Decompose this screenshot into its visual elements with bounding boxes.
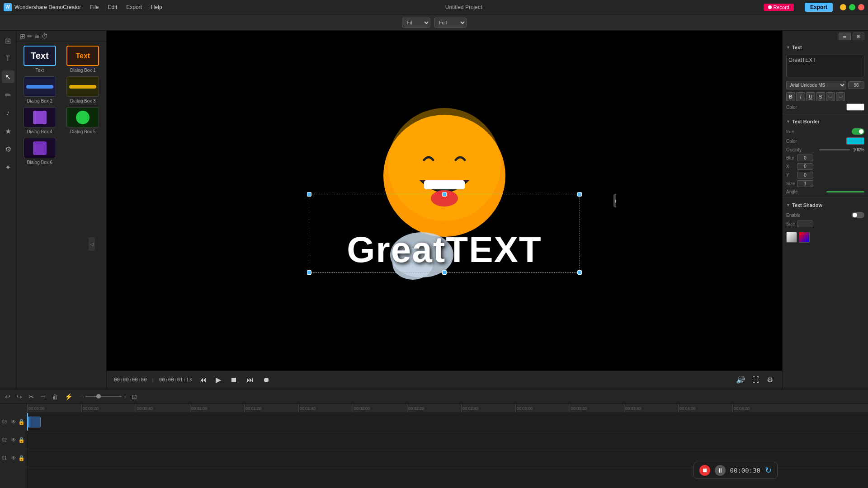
panel-collapse-button[interactable]: ◁ <box>89 237 95 251</box>
opacity-slider[interactable] <box>819 149 850 150</box>
list-item[interactable]: Dialog Box 4 <box>20 107 60 134</box>
minimize-button[interactable] <box>840 4 846 10</box>
close-button[interactable] <box>858 4 864 10</box>
lock-icon[interactable]: 🔒 <box>18 419 25 425</box>
color-picker-white[interactable] <box>786 232 797 243</box>
lock-icon[interactable]: 🔒 <box>18 437 25 443</box>
playhead[interactable] <box>27 413 28 431</box>
rec-stop-button[interactable] <box>699 465 710 476</box>
grid-icon[interactable]: ⊞ <box>20 33 25 40</box>
text-content-input[interactable]: GreatTEXT <box>786 55 864 77</box>
list-item[interactable]: Text Dialog Box 1 <box>63 46 103 73</box>
panel-view-btn-2[interactable]: ⊞ <box>853 33 864 40</box>
align-left-button[interactable]: ≡ <box>826 92 835 101</box>
shadow-size-input[interactable] <box>797 221 813 227</box>
color-picker-area <box>786 232 864 243</box>
clock-icon[interactable]: ⏱ <box>42 33 48 40</box>
text-shadow-section-header[interactable]: ▼ Text Shadow <box>783 200 868 211</box>
preview-expand-button[interactable]: ▶ <box>613 194 616 207</box>
settings-icon[interactable]: ⚙ <box>2 143 14 155</box>
list-item[interactable]: Dialog Box 6 <box>20 138 60 165</box>
redo-button[interactable]: ↪ <box>15 392 24 402</box>
underline-button[interactable]: U <box>806 92 815 101</box>
skip-back-button[interactable]: ⏮ <box>198 374 208 386</box>
shadow-enable-label: Enable <box>786 213 850 218</box>
zoom-slider[interactable] <box>85 396 122 397</box>
magnet-button[interactable]: ⊡ <box>130 392 138 402</box>
list-item[interactable]: Text Text <box>20 46 60 73</box>
angle-slider[interactable] <box>826 191 865 192</box>
x-input[interactable] <box>797 163 813 170</box>
great-text: GreatTEXT <box>347 229 542 271</box>
text-border-section-header[interactable]: ▼ Text Border <box>783 116 868 127</box>
export-button[interactable]: Export <box>805 3 833 12</box>
eye-icon[interactable]: 👁 <box>11 419 16 425</box>
lock-icon[interactable]: 🔒 <box>18 455 25 461</box>
rec-pause-button[interactable]: ⏸ <box>715 465 726 476</box>
color-swatch[interactable] <box>846 103 864 111</box>
list-item[interactable]: Dialog Box 5 <box>63 107 103 134</box>
blur-input[interactable] <box>797 155 813 161</box>
draw-icon[interactable]: ✏ <box>2 89 14 101</box>
media-panel-toolbar: ⊞ ✏ ≋ ⏱ <box>16 31 106 42</box>
dialog-box-4-thumb <box>24 107 56 127</box>
skip-forward-button[interactable]: ⏭ <box>245 374 255 386</box>
track-clip[interactable] <box>27 417 41 427</box>
list-item[interactable]: Dialog Box 2 <box>20 76 60 103</box>
media-label: Dialog Box 5 <box>70 129 96 134</box>
pencil-icon[interactable]: ✏ <box>27 33 33 40</box>
ruler-mark: 00:03:00 <box>515 404 533 413</box>
menu-help[interactable]: Help <box>149 3 164 11</box>
total-time: 00:00:01:13 <box>159 377 192 383</box>
bold-button[interactable]: B <box>786 92 795 101</box>
split-button[interactable]: ⊣ <box>39 392 47 402</box>
waveform-icon[interactable]: ≋ <box>34 33 40 40</box>
speed-button[interactable]: ⚡ <box>63 392 74 402</box>
menu-export[interactable]: Export <box>124 3 144 11</box>
list-item[interactable]: Dialog Box 3 <box>63 76 103 103</box>
stop-button[interactable]: ⏹ <box>228 374 239 386</box>
undo-button[interactable]: ↩ <box>4 392 12 402</box>
effects-icon[interactable]: ★ <box>2 125 14 137</box>
border-enable-toggle[interactable] <box>852 128 864 135</box>
fullscreen-button[interactable]: ⛶ <box>750 374 761 386</box>
fit-select[interactable]: Fit 50% 75% 100% <box>402 18 430 28</box>
text-tool-icon[interactable]: T <box>2 52 14 65</box>
volume-button[interactable]: 🔊 <box>734 374 747 386</box>
shadow-enable-toggle[interactable] <box>852 212 864 218</box>
align-right-button[interactable]: ≡ <box>836 92 845 101</box>
size-input[interactable] <box>797 180 813 187</box>
ruler-mark: 00:02:40 <box>461 404 478 413</box>
rec-refresh-icon[interactable]: ↻ <box>765 465 772 475</box>
panel-view-btn-1[interactable]: ☰ <box>839 33 851 40</box>
maximize-button[interactable] <box>849 4 855 10</box>
strikethrough-button[interactable]: S <box>816 92 825 101</box>
delete-button[interactable]: 🗑 <box>51 392 60 402</box>
audio-icon[interactable]: ♪ <box>2 107 14 119</box>
eye-icon[interactable]: 👁 <box>11 437 16 443</box>
font-size-input[interactable] <box>848 81 864 89</box>
quality-select[interactable]: Full Half Quarter <box>434 18 467 28</box>
zoom-plus-icon: + <box>123 394 126 399</box>
menu-edit[interactable]: Edit <box>106 3 119 11</box>
font-family-select[interactable]: Arial Unicode MS <box>786 81 846 89</box>
cut-button[interactable]: ✂ <box>27 392 35 402</box>
y-input[interactable] <box>797 172 813 178</box>
record-button[interactable]: Record <box>764 4 794 11</box>
text-section-header[interactable]: ▼ Text <box>783 42 868 53</box>
media-label: Dialog Box 6 <box>27 160 52 165</box>
play-button[interactable]: ▶ <box>214 374 223 386</box>
track-03 <box>27 413 868 431</box>
magic-icon[interactable]: ✦ <box>2 161 14 174</box>
italic-button[interactable]: I <box>796 92 805 101</box>
pointer-icon[interactable]: ↖ <box>2 70 14 83</box>
color-picker-gradient[interactable] <box>799 232 810 243</box>
record-control-button[interactable]: ⏺ <box>261 374 272 386</box>
media-icon[interactable]: ⊞ <box>2 34 14 47</box>
settings-playback-button[interactable]: ⚙ <box>765 374 775 386</box>
border-color-swatch[interactable] <box>846 137 864 145</box>
y-row: Y <box>783 171 868 179</box>
eye-icon[interactable]: 👁 <box>11 455 16 461</box>
dialog-box-3-thumb <box>66 76 99 97</box>
menu-file[interactable]: File <box>88 3 100 11</box>
